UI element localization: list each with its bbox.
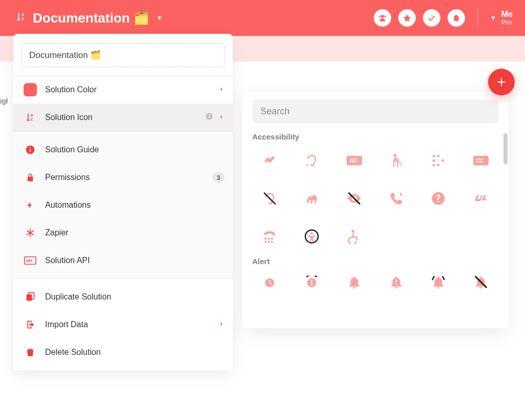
svg-rect-11 xyxy=(30,147,31,148)
chevron-right-icon xyxy=(218,113,225,122)
svg-text:AD: AD xyxy=(349,158,357,164)
api-icon: API xyxy=(24,256,37,265)
solution-icon-row[interactable]: A Z Solution Icon xyxy=(13,104,233,131)
title-caret-icon[interactable]: ▼ xyxy=(156,14,163,22)
svg-rect-34 xyxy=(311,280,313,283)
add-button[interactable] xyxy=(488,69,515,95)
question-circle-icon[interactable] xyxy=(421,187,456,210)
low-vision-icon[interactable] xyxy=(337,187,372,210)
solution-api-label: Solution API xyxy=(45,256,225,265)
asterisk-icon xyxy=(24,228,37,238)
icon-section-accessibility: Accessibility xyxy=(252,132,498,141)
guide-dog-icon[interactable] xyxy=(294,187,329,210)
page-title[interactable]: Documentation xyxy=(33,10,130,26)
solution-icon-label: Solution Icon xyxy=(45,113,205,122)
bell-slash-icon[interactable] xyxy=(463,271,498,293)
deaf-icon[interactable] xyxy=(252,187,287,210)
svg-point-2 xyxy=(379,15,380,17)
svg-text:CC: CC xyxy=(476,158,483,164)
permissions-label: Permissions xyxy=(45,173,207,182)
notifications-button[interactable] xyxy=(448,9,465,27)
blind-icon[interactable] xyxy=(379,149,414,172)
import-data-row[interactable]: Import Data xyxy=(13,311,233,338)
solution-api-row[interactable]: API Solution API xyxy=(13,247,233,274)
users-button[interactable] xyxy=(374,9,391,27)
top-bar: A Z Documentation 🗂️ ▼ ▼ Me Pro xyxy=(0,0,525,36)
icon-search-input[interactable] xyxy=(252,99,498,123)
import-icon xyxy=(24,319,37,330)
automations-row[interactable]: Automations xyxy=(13,191,233,219)
user-menu-caret-icon[interactable]: ▼ xyxy=(490,14,496,22)
lock-icon xyxy=(24,172,37,183)
sign-language-icon[interactable] xyxy=(252,149,287,172)
svg-text:Z: Z xyxy=(22,16,24,21)
info-icon[interactable] xyxy=(205,112,213,123)
svg-point-16 xyxy=(307,164,309,166)
duplicate-solution-label: Duplicate Solution xyxy=(45,292,225,302)
info-solid-icon xyxy=(24,145,37,155)
user-plan: Pro xyxy=(501,19,513,26)
solution-guide-label: Solution Guide xyxy=(45,145,225,154)
phone-tty-icon[interactable] xyxy=(379,187,414,210)
tasks-button[interactable] xyxy=(423,9,440,27)
svg-text:API: API xyxy=(26,258,32,263)
zapier-row[interactable]: Zapier xyxy=(13,219,233,247)
favorites-button[interactable] xyxy=(398,9,416,27)
svg-point-23 xyxy=(437,155,440,157)
svg-rect-14 xyxy=(27,294,32,301)
svg-point-20 xyxy=(433,155,435,157)
user-menu[interactable]: Me Pro xyxy=(501,10,513,26)
tty-icon[interactable] xyxy=(252,225,287,248)
bell-exclamation-icon[interactable] xyxy=(379,271,414,293)
permissions-row[interactable]: Permissions 3 xyxy=(13,164,233,191)
bell-ring-icon[interactable] xyxy=(421,271,456,293)
bolt-icon xyxy=(24,200,37,210)
solution-name-input[interactable]: Documentation 🗂️ xyxy=(22,43,225,67)
page-emoji: 🗂️ xyxy=(134,11,149,25)
import-data-label: Import Data xyxy=(45,320,218,329)
zapier-label: Zapier xyxy=(45,228,225,237)
automations-label: Automations xyxy=(45,201,225,210)
alarm-clock-icon[interactable] xyxy=(252,271,287,293)
icon-grid-accessibility: AD CC xyxy=(242,144,509,253)
truncated-edge-label: igł xyxy=(0,96,8,105)
icon-picker: Accessibility AD CC Alert xyxy=(242,92,509,328)
svg-rect-10 xyxy=(30,149,31,152)
assistive-listening-icon[interactable] xyxy=(294,149,329,172)
solution-color-row[interactable]: Solution Color xyxy=(13,76,233,104)
hands-icon[interactable] xyxy=(463,187,498,210)
universal-access-icon[interactable] xyxy=(294,225,329,248)
closed-captioning-icon[interactable]: CC xyxy=(463,149,498,172)
duplicate-solution-row[interactable]: Duplicate Solution xyxy=(13,283,233,311)
color-swatch-icon xyxy=(24,83,37,96)
topbar-divider xyxy=(477,8,478,28)
trash-icon xyxy=(24,347,37,357)
delete-solution-label: Delete Solution xyxy=(45,348,225,357)
sort-az-icon: A Z xyxy=(15,11,27,25)
dropdown-caret-icon xyxy=(111,34,123,35)
solution-guide-row[interactable]: Solution Guide xyxy=(13,136,233,164)
icon-section-alert: Alert xyxy=(252,257,498,266)
solution-dropdown: Documentation 🗂️ Solution Color A Z Solu… xyxy=(13,34,233,370)
chevron-right-icon xyxy=(218,85,225,94)
alarm-exclamation-icon[interactable] xyxy=(294,271,329,293)
audio-description-icon[interactable]: AD xyxy=(337,149,372,172)
copy-icon xyxy=(24,292,37,302)
picker-scrollbar[interactable] xyxy=(503,133,508,164)
bell-icon[interactable] xyxy=(337,271,372,293)
svg-text:Z: Z xyxy=(31,117,33,121)
braille-icon[interactable] xyxy=(421,149,456,172)
permissions-count-badge: 3 xyxy=(212,172,225,183)
sort-az-small-icon: A Z xyxy=(24,112,37,123)
svg-point-22 xyxy=(433,164,435,166)
svg-point-30 xyxy=(311,232,313,235)
delete-solution-row[interactable]: Delete Solution xyxy=(13,338,233,366)
svg-point-3 xyxy=(384,15,386,17)
svg-rect-8 xyxy=(209,114,209,115)
icon-grid-alert xyxy=(242,269,509,298)
wheelchair-icon[interactable] xyxy=(337,225,372,248)
user-name: Me xyxy=(501,10,513,19)
svg-point-19 xyxy=(394,154,397,157)
solution-color-label: Solution Color xyxy=(45,85,218,94)
svg-rect-35 xyxy=(311,284,313,286)
